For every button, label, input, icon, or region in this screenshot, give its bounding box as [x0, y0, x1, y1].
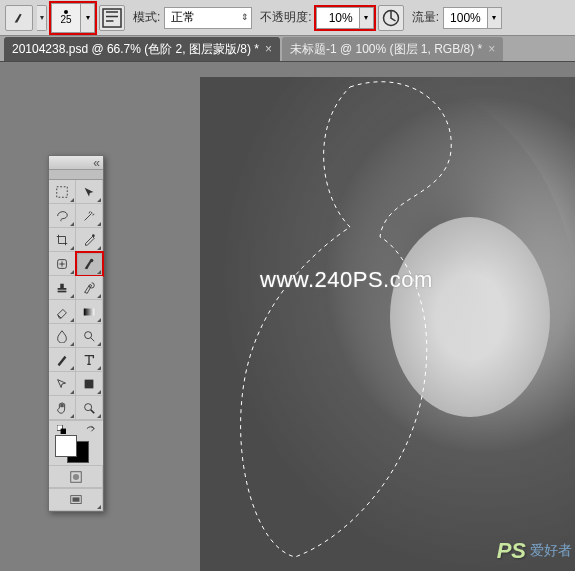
document-canvas[interactable]: www.240PS.com PS 爱好者 [200, 77, 575, 571]
path-sel-tool[interactable] [49, 372, 76, 396]
tool-preset-dropdown[interactable]: ▾ [37, 5, 47, 31]
history-brush-tool[interactable] [76, 276, 103, 300]
svg-point-3 [92, 234, 95, 237]
tools-panel-header[interactable]: « [49, 156, 103, 170]
brush-tool[interactable] [76, 252, 103, 276]
gradient-tool[interactable] [76, 300, 103, 324]
flow-label: 流量: [412, 9, 439, 26]
photo-face [390, 217, 550, 417]
crop-tool[interactable] [49, 228, 76, 252]
lasso-tool[interactable] [49, 204, 76, 228]
flow-field[interactable]: 100% ▾ [443, 7, 502, 29]
tab-document-2[interactable]: 未标题-1 @ 100% (图层 1, RGB/8) * × [282, 37, 503, 61]
screen-mode-switch[interactable] [49, 489, 103, 511]
brush-preset-dropdown[interactable]: ▾ [81, 3, 95, 33]
hand-tool[interactable] [49, 396, 76, 420]
mode-label: 模式: [133, 9, 160, 26]
collapse-icon[interactable]: « [93, 156, 100, 170]
tools-panel-grip[interactable] [49, 170, 103, 180]
watermark-bottom: PS 爱好者 [497, 538, 572, 564]
tab-document-1[interactable]: 20104238.psd @ 66.7% (色阶 2, 图层蒙版/8) * × [4, 37, 280, 61]
svg-rect-2 [57, 186, 68, 197]
svg-rect-9 [85, 379, 94, 388]
opacity-field[interactable]: 10% ▾ [316, 7, 374, 29]
shape-tool[interactable] [76, 372, 103, 396]
color-swatches [49, 420, 103, 465]
brush-panel-toggle[interactable] [99, 5, 125, 31]
move-tool[interactable] [76, 180, 103, 204]
opacity-label: 不透明度: [260, 9, 311, 26]
default-colors-icon[interactable] [57, 425, 66, 434]
tools-grid [49, 180, 103, 420]
foreground-color-swatch[interactable] [55, 435, 77, 457]
svg-point-5 [90, 258, 94, 262]
type-tool[interactable] [76, 348, 103, 372]
blur-tool[interactable] [49, 324, 76, 348]
svg-rect-7 [84, 308, 95, 315]
flow-value: 100% [444, 11, 487, 25]
svg-rect-16 [72, 497, 79, 501]
opacity-dropdown[interactable]: ▾ [359, 8, 373, 28]
heal-tool[interactable] [49, 252, 76, 276]
stamp-tool[interactable] [49, 276, 76, 300]
dodge-tool[interactable] [76, 324, 103, 348]
eraser-tool[interactable] [49, 300, 76, 324]
pen-tool[interactable] [49, 348, 76, 372]
svg-rect-12 [61, 429, 66, 434]
eyedrop-tool[interactable] [76, 228, 103, 252]
close-icon[interactable]: × [488, 42, 495, 56]
swap-colors-icon[interactable] [86, 425, 95, 434]
document-tabs: 20104238.psd @ 66.7% (色阶 2, 图层蒙版/8) * × … [0, 36, 575, 62]
tools-panel: « [48, 155, 104, 512]
brush-preset-picker[interactable]: 25 ▾ [51, 3, 95, 33]
svg-point-10 [85, 403, 92, 410]
current-tool-indicator[interactable] [5, 5, 33, 31]
marquee-tool[interactable] [49, 180, 76, 204]
opacity-value: 10% [317, 11, 359, 25]
pressure-opacity-toggle[interactable] [378, 5, 404, 31]
svg-point-8 [85, 331, 92, 338]
svg-point-14 [72, 473, 78, 479]
flow-dropdown[interactable]: ▾ [487, 8, 501, 28]
tab-label: 未标题-1 @ 100% (图层 1, RGB/8) * [290, 41, 482, 58]
watermark-main: www.240PS.com [260, 267, 433, 293]
options-bar: ▾ 25 ▾ 模式: 正常 ⇕ 不透明度: 10% ▾ 流量: 100% ▾ [0, 0, 575, 36]
close-icon[interactable]: × [265, 42, 272, 56]
svg-rect-6 [58, 290, 67, 292]
quick-mask-toggle[interactable] [49, 466, 103, 488]
tab-label: 20104238.psd @ 66.7% (色阶 2, 图层蒙版/8) * [12, 41, 259, 58]
brush-size-value: 25 [60, 15, 71, 25]
zoom-tool[interactable] [76, 396, 103, 420]
wand-tool[interactable] [76, 204, 103, 228]
blend-mode-select[interactable]: 正常 ⇕ [164, 7, 252, 29]
